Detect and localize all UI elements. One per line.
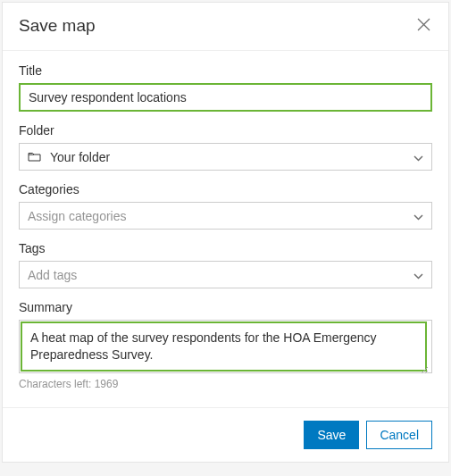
summary-field-group: Summary A heat map of the survey respond… [19,300,432,390]
dialog-header: Save map [3,3,448,51]
close-button[interactable] [414,17,432,35]
dialog-body: Title Folder Your folder [3,51,448,407]
categories-label: Categories [19,182,432,196]
categories-select[interactable]: Assign categories [19,202,432,230]
svg-line-4 [425,371,428,373]
summary-label: Summary [19,300,432,314]
summary-value: A heat map of the survey respondents for… [21,322,427,372]
cancel-button[interactable]: Cancel [366,421,432,449]
folder-field-group: Folder Your folder [19,123,432,171]
tags-label: Tags [19,241,432,255]
save-button[interactable]: Save [304,421,359,449]
tags-placeholder: Add tags [28,268,77,282]
folder-select[interactable]: Your folder [19,143,432,171]
summary-textarea[interactable]: A heat map of the survey respondents for… [19,320,432,373]
folder-label: Folder [19,123,432,138]
dialog-footer: Save Cancel [3,407,448,462]
folder-selected-value: Your folder [50,150,110,164]
categories-placeholder: Assign categories [28,209,127,223]
chevron-down-icon [413,209,423,223]
svg-line-3 [422,367,428,373]
folder-select-left: Your folder [28,150,110,164]
title-label: Title [19,63,432,78]
categories-field-group: Categories Assign categories [19,182,432,230]
chevron-down-icon [413,268,423,282]
folder-icon [28,150,41,164]
title-field-group: Title [19,63,432,112]
tags-field-group: Tags Add tags [19,241,432,288]
chevron-down-icon [413,150,423,164]
title-input[interactable] [19,83,432,112]
close-icon [417,18,430,35]
save-map-dialog: Save map Title Folder [2,2,449,463]
characters-left: Characters left: 1969 [19,378,432,390]
dialog-title: Save map [19,16,96,36]
resize-handle-icon[interactable] [421,362,429,370]
tags-select[interactable]: Add tags [19,261,432,288]
